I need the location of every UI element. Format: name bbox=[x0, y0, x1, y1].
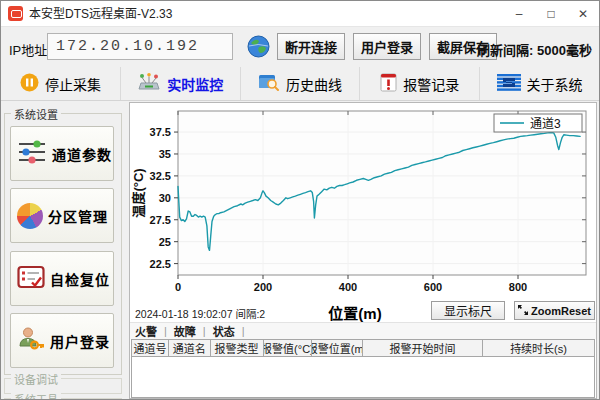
tab-separator: | bbox=[242, 325, 245, 337]
col-channel-no: 通道号 bbox=[132, 340, 169, 356]
partition-manage-label: 分区管理 bbox=[48, 206, 108, 226]
col-channel-name: 通道名 bbox=[169, 340, 211, 356]
sliders-icon bbox=[17, 139, 47, 169]
maximize-button[interactable]: □ bbox=[535, 1, 567, 27]
zoom-reset-icon bbox=[518, 305, 528, 317]
refresh-interval-value: 5000毫秒 bbox=[537, 43, 592, 58]
window-controls: – □ ✕ bbox=[503, 1, 599, 27]
realtime-monitor-icon bbox=[137, 73, 161, 95]
alarm-tab-bar: 火警| 故障| 状态| bbox=[130, 322, 596, 339]
show-ruler-button[interactable]: 显示标尺 bbox=[431, 301, 505, 320]
zoom-reset-label: ZoomReset bbox=[531, 305, 591, 317]
dts-remote-desktop-window: { "window": { "title": "本安型DTS远程桌面-V2.33… bbox=[0, 0, 600, 400]
tab-fault[interactable]: 故障 bbox=[174, 323, 196, 339]
disconnect-button[interactable]: 断开连接 bbox=[277, 33, 345, 60]
realtime-monitor-button[interactable]: 实时监控 bbox=[120, 67, 240, 100]
chart-footer: 2024-01-18 19:02:07 间隔:2 位置(m) 显示标尺 Zoom… bbox=[130, 301, 596, 322]
svg-text:22.5: 22.5 bbox=[150, 258, 171, 270]
about-system-icon bbox=[497, 74, 521, 94]
interval-text: 间隔:2 bbox=[235, 308, 265, 320]
device-debug-title: 设备调试 bbox=[11, 371, 61, 387]
about-system-label: 关于系统 bbox=[527, 74, 583, 94]
sidebar-item-partition-manage[interactable]: 分区管理 bbox=[10, 188, 114, 243]
col-alarm-start: 报警开始时间 bbox=[363, 340, 483, 356]
alarm-table-body[interactable] bbox=[131, 357, 595, 398]
tab-separator: | bbox=[203, 325, 206, 337]
svg-text:0: 0 bbox=[175, 281, 181, 293]
sidebar-item-channel-params[interactable]: 通道参数 bbox=[10, 126, 114, 181]
alarm-records-button[interactable]: 报警记录 bbox=[359, 67, 479, 100]
svg-text:600: 600 bbox=[424, 281, 442, 293]
channel-params-label: 通道参数 bbox=[52, 144, 112, 164]
ip-address-label: IP地址: bbox=[9, 40, 51, 59]
svg-text:35: 35 bbox=[159, 148, 171, 160]
svg-text:32.5: 32.5 bbox=[150, 170, 171, 182]
system-settings-title: 系统设置 bbox=[11, 106, 61, 122]
col-alarm-value: 报警值(°C) bbox=[264, 340, 313, 356]
svg-text:25: 25 bbox=[159, 236, 171, 248]
alarm-record-icon bbox=[380, 73, 397, 95]
col-alarm-type: 报警类型 bbox=[211, 340, 264, 356]
system-tools-title: 系统工具 bbox=[11, 391, 61, 400]
chart-timestamp: 2024-01-18 19:02:07 间隔:2 bbox=[135, 306, 265, 321]
realtime-monitor-label: 实时监控 bbox=[167, 74, 223, 94]
svg-text:温度(°C): 温度(°C) bbox=[131, 168, 146, 217]
svg-text:200: 200 bbox=[254, 281, 272, 293]
user-login-sidebar-label: 用户登录 bbox=[50, 331, 110, 351]
selfcheck-reset-label: 自检复位 bbox=[50, 269, 110, 289]
tab-status[interactable]: 状态 bbox=[213, 323, 235, 339]
col-duration: 持续时长(s) bbox=[483, 340, 594, 356]
tab-fire-alarm[interactable]: 火警 bbox=[135, 323, 157, 339]
svg-text:27.5: 27.5 bbox=[150, 214, 171, 226]
col-alarm-pos: 报警位置(m) bbox=[312, 340, 363, 356]
main-panel: 22.52527.53032.53537.50200400600800温度(°C… bbox=[129, 102, 597, 399]
timestamp-text: 2024-01-18 19:02:07 bbox=[135, 308, 233, 320]
sidebar-item-user-login[interactable]: 用户登录 bbox=[10, 313, 114, 368]
x-axis-label: 位置(m) bbox=[290, 302, 420, 323]
pause-icon bbox=[20, 73, 39, 95]
svg-text:通道3: 通道3 bbox=[530, 117, 561, 131]
title-bar: 本安型DTS远程桌面-V2.33 – □ ✕ bbox=[1, 1, 599, 27]
about-system-button[interactable]: 关于系统 bbox=[479, 67, 599, 100]
sidebar: 系统设置 通道参数 分区管理 bbox=[1, 101, 128, 400]
svg-text:400: 400 bbox=[339, 281, 357, 293]
globe-icon bbox=[247, 35, 270, 62]
zoom-reset-button[interactable]: ZoomReset bbox=[514, 301, 595, 320]
tab-separator: | bbox=[164, 325, 167, 337]
system-settings-group: 系统设置 通道参数 分区管理 bbox=[4, 113, 122, 375]
ip-address-input[interactable] bbox=[47, 33, 233, 60]
history-curve-label: 历史曲线 bbox=[286, 74, 342, 94]
user-login-button[interactable]: 用户登录 bbox=[353, 33, 421, 60]
svg-text:37.5: 37.5 bbox=[150, 126, 171, 138]
svg-text:800: 800 bbox=[509, 281, 527, 293]
refresh-interval-label: 刷新间隔: bbox=[477, 43, 533, 58]
alarm-records-label: 报警记录 bbox=[403, 74, 459, 94]
main-toolbar: 停止采集 实时监控 历史曲线 bbox=[1, 67, 599, 101]
refresh-interval: 刷新间隔: 5000毫秒 bbox=[477, 40, 592, 59]
minimize-button[interactable]: – bbox=[503, 1, 535, 27]
connection-bar: IP地址: 断开连接 用户登录 截屏保存 刷新间隔: 5000毫秒 bbox=[1, 27, 599, 67]
history-curve-button[interactable]: 历史曲线 bbox=[240, 67, 360, 100]
window-title: 本安型DTS远程桌面-V2.33 bbox=[29, 1, 172, 27]
user-key-icon bbox=[17, 326, 45, 355]
checklist-icon bbox=[17, 265, 45, 293]
pie-chart-icon bbox=[17, 203, 43, 229]
sidebar-item-selfcheck-reset[interactable]: 自检复位 bbox=[10, 251, 114, 306]
close-button[interactable]: ✕ bbox=[567, 1, 599, 27]
alarm-table-header: 通道号 通道名 报警类型 报警值(°C) 报警位置(m) 报警开始时间 持续时长… bbox=[131, 339, 595, 357]
stop-collect-button[interactable]: 停止采集 bbox=[1, 67, 120, 100]
chart-area: 22.52527.53032.53537.50200400600800温度(°C… bbox=[130, 103, 596, 301]
svg-text:30: 30 bbox=[159, 192, 171, 204]
history-curve-icon bbox=[258, 73, 280, 94]
stop-collect-label: 停止采集 bbox=[45, 74, 101, 94]
app-logo-icon bbox=[8, 6, 23, 21]
temperature-position-chart[interactable]: 22.52527.53032.53537.50200400600800温度(°C… bbox=[130, 103, 596, 301]
